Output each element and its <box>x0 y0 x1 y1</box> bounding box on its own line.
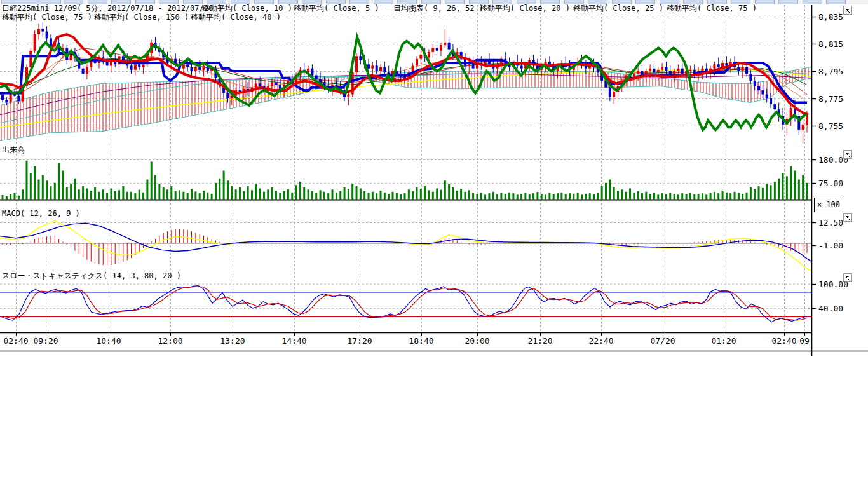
time-axis-label: 09:20 <box>33 337 58 345</box>
volume-bar <box>339 191 341 200</box>
volume-bar <box>332 189 334 200</box>
legend-item: 移動平均( Close, 75 ) <box>667 4 757 13</box>
volume-bar <box>163 187 165 200</box>
volume-bar <box>710 193 712 200</box>
volume-bar <box>130 192 132 200</box>
volume-bar <box>46 180 48 200</box>
candle-body <box>770 98 772 104</box>
volume-bar <box>597 193 599 200</box>
volume-bar <box>766 184 768 200</box>
candle-body <box>440 45 442 51</box>
candle-body <box>689 70 691 71</box>
volume-bar <box>199 193 201 200</box>
volume-bar <box>428 190 430 200</box>
volume-bar <box>674 194 675 200</box>
candle-body <box>182 64 185 68</box>
price-axis-label: 8,755 <box>818 122 843 130</box>
volume-bar <box>384 193 386 200</box>
panel-restore-button[interactable] <box>843 6 852 15</box>
volume-bar <box>560 193 562 200</box>
candle-body <box>745 67 748 74</box>
candle-body <box>802 125 804 130</box>
candle-body <box>82 69 85 74</box>
time-axis-label: 21:20 <box>527 337 552 345</box>
macd-signal-line <box>0 223 811 261</box>
candle-body <box>371 65 374 68</box>
volume-bar <box>750 187 752 200</box>
legend-item: 移動平均( Close, 150 ) <box>94 13 189 22</box>
volume-bar <box>545 194 546 200</box>
volume-bar <box>299 182 301 200</box>
candle-body <box>17 96 20 102</box>
volume-bar <box>557 193 559 200</box>
stoch-d-line <box>0 287 807 320</box>
volume-bar <box>114 191 116 200</box>
candle-body <box>46 32 48 39</box>
candle-body <box>255 83 257 87</box>
volume-bar <box>536 192 538 200</box>
volume-bar <box>315 193 317 200</box>
volume-bar <box>380 191 382 200</box>
volume-bar <box>275 191 277 200</box>
candle-body <box>653 69 655 72</box>
time-axis-label: 17:20 <box>347 337 372 345</box>
candle-body <box>742 67 744 71</box>
volume-bar <box>126 192 128 200</box>
volume-bar <box>669 193 671 200</box>
volume-bar <box>360 189 362 200</box>
time-axis-label: 14:40 <box>281 337 306 345</box>
candle-body <box>431 48 434 51</box>
candle-body <box>677 69 679 71</box>
volume-bar <box>505 194 506 200</box>
volume-bar <box>203 191 205 200</box>
macd-axis-label: -1.00 <box>818 241 843 250</box>
volume-bar <box>508 193 510 200</box>
volume-bar <box>142 193 144 200</box>
volume-bar <box>166 189 168 200</box>
volume-bar <box>794 171 796 200</box>
volume-bar <box>686 194 688 200</box>
volume-bar <box>13 193 15 200</box>
volume-bar <box>259 189 261 200</box>
volume-bar <box>363 191 365 200</box>
candle-body <box>725 63 728 65</box>
volume-bar <box>267 189 269 200</box>
volume-bar <box>657 194 659 200</box>
volume-bar <box>70 184 72 200</box>
candle-body <box>637 71 639 74</box>
volume-bar <box>476 194 478 200</box>
volume-bar <box>6 196 8 200</box>
corner-arrow-icon <box>844 8 851 14</box>
volume-bar <box>18 196 20 200</box>
volume-bar <box>416 187 417 200</box>
volume-bar <box>74 179 76 200</box>
volume-bar <box>25 161 27 200</box>
candle-body <box>806 115 808 125</box>
volume-bar <box>529 194 531 200</box>
volume-bar <box>653 193 655 200</box>
volume-bar <box>754 189 756 200</box>
chart-canvas[interactable] <box>0 0 868 488</box>
panel-restore-button[interactable] <box>843 150 852 159</box>
volume-bar <box>480 193 482 200</box>
volume-bar <box>146 180 148 200</box>
volume-bar <box>770 185 772 200</box>
candle-body <box>376 65 378 71</box>
volume-bar <box>170 186 172 200</box>
panel-restore-button[interactable] <box>843 273 852 282</box>
time-axis-label: 07/20 <box>650 337 675 345</box>
volume-bar <box>468 190 470 200</box>
volume-bar <box>215 183 217 200</box>
volume-bar <box>223 171 225 200</box>
candle-body <box>737 67 740 71</box>
volume-bar <box>279 193 281 200</box>
volume-bar <box>34 166 36 200</box>
legend-item: 移動平均( Close, 10 ) <box>202 4 292 13</box>
candle-body <box>609 88 611 97</box>
panel-restore-button[interactable] <box>843 213 852 222</box>
macd-axis-label: 12.50 <box>818 219 843 227</box>
candle-body <box>86 67 88 74</box>
volume-bar <box>62 171 64 200</box>
volume-bar <box>336 193 337 200</box>
candle-body <box>198 67 201 70</box>
